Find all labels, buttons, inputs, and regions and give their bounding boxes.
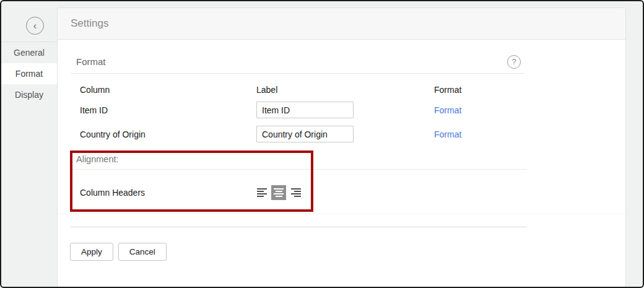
align-right-button[interactable] [288,185,303,200]
sidebar-nav: General Format Display [1,42,57,105]
format-section-header: Format ? [71,50,524,74]
sidebar-item-display[interactable]: Display [1,84,57,105]
apply-button[interactable]: Apply [70,243,113,261]
section-title: Format [71,56,106,67]
settings-panel: Settings Format ? Column Label Format It… [57,7,626,288]
page-title: Settings [71,17,108,30]
cancel-button[interactable]: Cancel [118,243,167,261]
sidebar-item-general[interactable]: General [1,42,57,63]
section-separator [58,214,625,214]
row-column-name: Item ID [80,105,256,115]
column-header-format: Format [434,85,612,95]
back-button[interactable]: ‹ [26,17,44,35]
row-column-name: Country of Origin [80,129,256,139]
alignment-row-label: Column Headers [80,188,145,198]
alignment-divider [71,169,527,170]
align-center-icon [274,188,284,197]
sidebar: ‹ General Format Display [1,1,57,287]
sidebar-item-format[interactable]: Format [1,63,57,84]
table-row: Country of Origin Format [80,126,612,142]
footer-divider [71,227,527,227]
alignment-section-title: Alignment: [76,154,119,164]
column-header-label: Label [256,85,434,95]
table-row: Item ID Format [80,102,612,118]
format-link-country-of-origin[interactable]: Format [434,129,612,139]
alignment-button-group [255,185,303,200]
align-left-icon [257,188,268,197]
settings-window: { "window": { "title": "Settings" }, "si… [0,0,644,288]
align-center-button[interactable] [271,185,286,200]
column-header-column: Column [80,85,256,95]
help-button[interactable]: ? [507,55,521,69]
align-left-button[interactable] [255,185,269,200]
align-right-icon [290,188,301,197]
table-header-row: Column Label Format [80,85,612,95]
chevron-left-icon: ‹ [33,20,37,31]
panel-header: Settings [58,8,625,40]
format-link-item-id[interactable]: Format [434,105,612,115]
label-input-country-of-origin[interactable] [256,126,354,142]
question-mark-icon: ? [511,57,516,66]
alignment-row: Column Headers [80,184,303,201]
label-input-item-id[interactable] [256,102,354,118]
action-bar: Apply Cancel [70,243,167,261]
